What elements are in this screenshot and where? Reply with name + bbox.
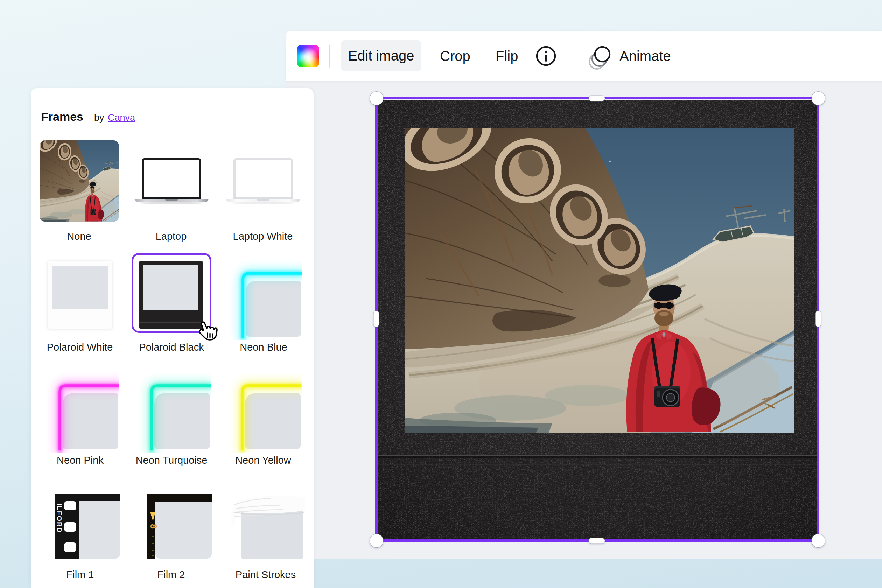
svg-text:8: 8 [149,524,159,529]
svg-text:ILFORD: ILFORD [56,503,63,533]
